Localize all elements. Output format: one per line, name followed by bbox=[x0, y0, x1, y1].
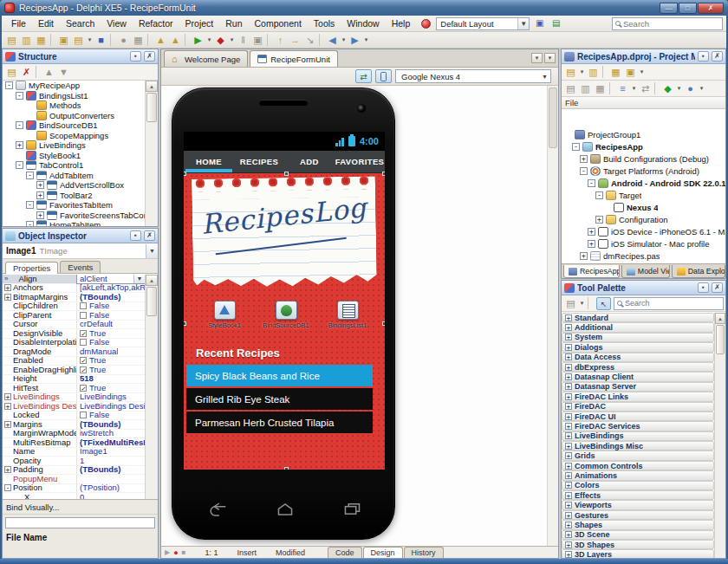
pause-icon[interactable]: ‖ bbox=[236, 33, 250, 47]
save-layout-icon[interactable]: ▣ bbox=[533, 17, 546, 29]
expand-toggle-icon[interactable]: - bbox=[580, 167, 588, 175]
app-tab[interactable]: ADD bbox=[284, 151, 335, 172]
tree-item[interactable]: StyleBook1 bbox=[3, 151, 145, 161]
chevron-down-icon[interactable]: ▼ bbox=[133, 275, 145, 283]
dropdown-icon[interactable]: ▾ bbox=[205, 33, 213, 47]
compile-icon[interactable]: ● bbox=[116, 33, 131, 47]
tree-item[interactable]: - AddTabItem bbox=[3, 171, 145, 181]
palette-category[interactable]: + LiveBindings bbox=[562, 431, 714, 441]
expand-toggle-icon[interactable]: + bbox=[565, 383, 572, 390]
run-icon[interactable]: ▶ bbox=[191, 33, 205, 47]
recipe-list-item[interactable]: Grilled Rib Eye Steak bbox=[186, 388, 373, 410]
property-value-cell[interactable]: 518 ▼ bbox=[77, 375, 145, 384]
menu-item[interactable]: Tools bbox=[308, 16, 341, 30]
open-project-icon[interactable]: ▦ bbox=[34, 33, 49, 47]
expand-toggle-icon[interactable]: + bbox=[565, 344, 572, 351]
property-value-cell[interactable]: ▼ bbox=[77, 475, 145, 483]
expand-toggle-icon[interactable]: - bbox=[588, 179, 595, 187]
close-button[interactable]: ✗ bbox=[698, 3, 724, 14]
palette-search-input[interactable] bbox=[625, 299, 720, 308]
scrollbar[interactable]: ▲ bbox=[145, 81, 158, 226]
separator[interactable] bbox=[110, 34, 114, 46]
property-value-cell[interactable]: iwStretch ▼ bbox=[77, 430, 145, 438]
new-project-icon[interactable]: ▤ bbox=[563, 65, 578, 79]
expand-toggle-icon[interactable]: + bbox=[565, 472, 572, 479]
property-value-cell[interactable]: True ▼ bbox=[77, 384, 145, 392]
expand-toggle-icon[interactable]: - bbox=[16, 92, 23, 100]
close-icon[interactable]: ✗ bbox=[712, 51, 723, 62]
view-tab[interactable]: History bbox=[404, 547, 444, 558]
open-project-icon[interactable]: ▥ bbox=[586, 65, 601, 79]
sync-icon[interactable]: ⇄ bbox=[638, 81, 653, 95]
chevron-down-icon[interactable]: ▼ bbox=[146, 244, 158, 258]
tree-item[interactable]: OutputConverters bbox=[3, 111, 145, 121]
expand-toggle-icon[interactable]: + bbox=[588, 228, 595, 236]
expand-toggle-icon[interactable]: + bbox=[565, 364, 572, 371]
tree-item[interactable]: + AddVertScrollBox bbox=[3, 180, 145, 191]
tree-item[interactable]: - MyRecipeApp bbox=[3, 81, 145, 91]
minimize-button[interactable]: — bbox=[660, 3, 678, 14]
scroll-thumb[interactable] bbox=[549, 88, 557, 148]
run-without-debug-icon[interactable]: ◆ bbox=[213, 33, 228, 47]
tree-item[interactable]: - Target Platforms (Android) bbox=[562, 165, 725, 177]
checkbox-icon[interactable] bbox=[80, 366, 87, 373]
tree-item[interactable]: + Configuration bbox=[562, 213, 725, 225]
phone-screen[interactable]: 4:00 HOME RECIPES bbox=[184, 132, 385, 470]
expand-toggle-icon[interactable]: + bbox=[565, 541, 572, 548]
save-project-icon[interactable]: ▦ bbox=[608, 65, 623, 79]
close-icon[interactable]: ✗ bbox=[144, 51, 155, 62]
property-value-cell[interactable]: False ▼ bbox=[77, 311, 145, 320]
view-list-icon[interactable]: ≡ bbox=[615, 81, 630, 95]
move-down-icon[interactable]: ▼ bbox=[56, 65, 71, 79]
delete-layout-icon[interactable]: ▤ bbox=[549, 17, 562, 29]
checkbox-icon[interactable] bbox=[80, 339, 87, 346]
activate-icon[interactable]: ● bbox=[683, 81, 698, 95]
component-icon[interactable] bbox=[337, 301, 359, 320]
chevron-down-icon[interactable]: ▾ bbox=[578, 296, 586, 310]
expand-all-icon[interactable]: ▥ bbox=[578, 81, 593, 95]
expand-toggle-icon[interactable]: + bbox=[565, 492, 572, 499]
editor-tab[interactable]: RecipeFormUnit bbox=[250, 50, 338, 67]
property-value-cell[interactable]: crDefault ▼ bbox=[77, 321, 145, 329]
expand-toggle-icon[interactable]: - bbox=[572, 143, 580, 151]
dropdown-icon[interactable]: ▾ bbox=[630, 81, 638, 95]
menu-item[interactable]: Run bbox=[219, 16, 248, 30]
expand-toggle-icon[interactable]: + bbox=[565, 432, 572, 439]
editor-tab[interactable]: Welcome Page bbox=[164, 50, 248, 67]
separator[interactable] bbox=[147, 34, 152, 46]
expand-toggle-icon[interactable]: + bbox=[565, 502, 572, 509]
selection-handle[interactable] bbox=[382, 172, 385, 176]
expand-toggle-icon[interactable]: + bbox=[565, 522, 572, 528]
palette-category[interactable]: + Effects bbox=[562, 490, 714, 500]
menu-item[interactable]: Window bbox=[341, 16, 385, 30]
palette-category[interactable]: + Shapes bbox=[562, 520, 714, 529]
separator[interactable] bbox=[602, 66, 607, 78]
forward-icon[interactable]: ▶ bbox=[348, 33, 362, 47]
scroll-thumb[interactable] bbox=[716, 325, 725, 354]
palette-category[interactable]: + dbExpress bbox=[562, 362, 714, 372]
inspector-tab[interactable]: Properties bbox=[5, 262, 58, 274]
component-icon[interactable] bbox=[214, 301, 236, 320]
property-row[interactable]: Name Image1 ▼ bbox=[3, 448, 145, 457]
property-row[interactable]: Cursor crDefault ▼ bbox=[3, 321, 145, 330]
rotate-device-icon[interactable]: ⇄ bbox=[355, 69, 372, 83]
tree-item[interactable]: ProjectGroup1 bbox=[562, 128, 725, 140]
palette-category[interactable]: + Colors bbox=[562, 481, 714, 490]
expand-toggle-icon[interactable]: - bbox=[26, 221, 34, 226]
palette-category[interactable]: + Animations bbox=[562, 470, 714, 480]
app-tab[interactable]: FAVORITES bbox=[335, 151, 385, 172]
property-row[interactable]: Enabled True ▼ bbox=[3, 357, 145, 366]
property-value-cell[interactable]: False ▼ bbox=[77, 302, 145, 311]
component-icon-item[interactable]: BindSourceDB1 bbox=[259, 301, 313, 329]
property-row[interactable]: EnableDragHighlight True ▼ bbox=[3, 366, 145, 375]
dropdown-icon[interactable]: ▾ bbox=[578, 65, 586, 79]
palette-category[interactable]: + FireDAC Services bbox=[562, 421, 714, 431]
expand-toggle-icon[interactable]: + bbox=[4, 393, 11, 400]
expand-toggle-icon[interactable]: - bbox=[16, 161, 23, 169]
expand-toggle-icon[interactable]: + bbox=[565, 512, 572, 519]
stop-icon[interactable]: ■ bbox=[182, 548, 186, 556]
install-package-icon[interactable]: ▲ bbox=[153, 33, 168, 47]
selection-handle[interactable] bbox=[284, 467, 289, 470]
separator[interactable] bbox=[267, 34, 271, 46]
tree-item[interactable]: + FavoriteScreensTabControl bbox=[3, 211, 145, 221]
